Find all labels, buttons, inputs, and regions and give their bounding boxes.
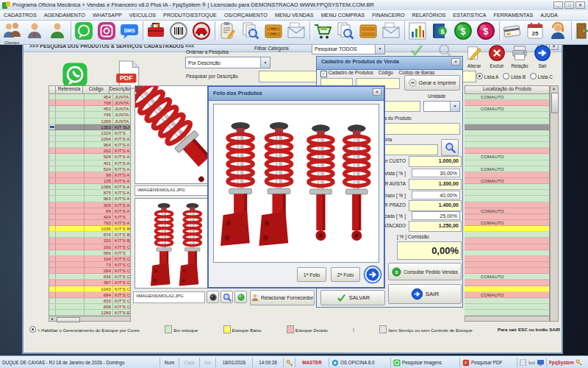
menu-item-produto-estoque[interactable]: PRODUTO/ESTOQUE [159,12,220,18]
maximize-button[interactable]: □ [564,1,574,9]
fornecedores-icon[interactable] [25,21,44,40]
table-row-location[interactable]: COMAUTO [465,166,550,172]
sair-icon[interactable] [534,44,551,65]
table-row[interactable]: 875KIT'S A [49,190,131,196]
radio-lista-c[interactable]: Lista C [530,74,553,79]
barcode-icon[interactable] [169,21,188,40]
scroll-up-icon[interactable]: ▲ [552,86,556,91]
table-row-location[interactable]: COMAUTO [465,274,550,280]
col-referencia[interactable]: Referencia [56,86,84,93]
status-pdf[interactable]: P Pesquisar PDF [460,358,517,367]
caixa-icon[interactable]: $ [431,21,450,40]
table-row-location[interactable] [465,298,550,304]
table-row[interactable]: 73KIT'S C [49,262,131,268]
table-row[interactable]: 833KIT'S C [49,298,131,304]
table-row[interactable]: 963KIT'S A [49,196,131,202]
pesquisa-compras-icon[interactable] [336,21,355,40]
cadastro-close-button[interactable]: ✕ [451,58,460,66]
table-row[interactable]: 928KIT'S A [49,154,131,160]
table-row-location[interactable] [465,196,550,202]
table-row[interactable]: 566KIT'S [49,250,131,256]
table-row[interactable]: 1224KIT'S [49,130,131,136]
pagar-icon[interactable]: $ [476,21,495,40]
arquivo-os-icon[interactable] [264,21,283,40]
table-row-location[interactable] [465,262,550,268]
salvar-button[interactable]: SALVAR [320,290,385,305]
price-field[interactable]: 30,00% [412,169,460,177]
table-row-location[interactable] [465,142,550,148]
table-row-location[interactable] [465,268,550,274]
table-row[interactable]: 1086KIT'S A [49,184,131,190]
menu-item-menu-compras[interactable]: MENU COMPRAS [318,12,369,18]
table-row-location[interactable] [465,280,550,286]
v-scrollbar[interactable]: ▲ [550,85,559,322]
foto-close-button[interactable]: ✕ [373,88,381,96]
table-row-location[interactable] [465,148,550,154]
table-row-location[interactable] [465,202,550,208]
ordenar-dropdown[interactable]: Por Descrição▼ [185,57,270,68]
h-scroll-thumb[interactable] [57,317,80,322]
v-scroll-thumb[interactable] [551,93,559,113]
cadastro-checkbox[interactable]: ✓ [320,71,327,77]
table-row[interactable]: 202KIT'S A [49,148,131,154]
table-row[interactable]: 793KIT'S A [49,220,131,226]
whatsapp-icon[interactable] [74,21,93,40]
table-row[interactable]: 1043KIT'S C [49,286,131,292]
table-row-location[interactable] [465,190,550,196]
funcionarios-icon[interactable] [48,21,67,40]
email-compras-icon[interactable] [381,21,401,40]
cadastro-title-bar[interactable]: Cadastro de Produtos de Venda ✕ [317,57,462,70]
table-row-location[interactable] [465,100,550,106]
table-row[interactable]: 708JUNTA [49,100,131,106]
table-row-location[interactable] [465,184,550,190]
table-row[interactable]: 453JUNTA [49,106,131,112]
sms-icon[interactable]: SMS [120,21,139,40]
price-field[interactable]: 1.250,00 [409,221,462,232]
table-row-location[interactable] [465,172,550,178]
table-row-location[interactable] [465,226,550,232]
radio-lista-b[interactable]: Lista B [503,74,526,79]
minimize-button[interactable]: _ [553,1,563,9]
camera-button[interactable] [207,291,219,303]
receber-icon[interactable]: $ [453,21,473,40]
table-row-location[interactable] [465,244,550,250]
table-row-location[interactable]: COMAUTO [465,94,550,100]
table-row[interactable]: 964KIT'S A [49,142,131,148]
email-os-icon[interactable] [287,21,306,40]
excluir-icon[interactable] [488,44,506,65]
menu-item-relat-rios[interactable]: RELATÓRIOS [408,12,449,18]
menu-item-agendamento[interactable]: AGENDAMENTO [40,12,89,18]
veiculos-icon[interactable] [192,21,211,40]
table-row-location[interactable] [465,118,550,124]
price-field[interactable]: 25,00% [412,211,460,220]
relacionar-fornecedor-button[interactable]: Relacionar Fornecedor [250,290,315,305]
table-row-location[interactable] [465,136,550,142]
menu-item-cadastros[interactable]: CADASTROS [0,12,40,18]
gerar-imprimir-button[interactable]: Gerar e Imprimir [404,75,460,91]
cartoes-icon[interactable] [503,21,522,40]
price-field[interactable]: 1.300,00 [409,179,462,190]
alterar-icon[interactable] [465,44,483,65]
table-row-location[interactable] [465,232,550,238]
table-row[interactable]: 1289JUNTA [49,118,131,124]
zoom-photo-button[interactable] [220,291,233,303]
table-row-location[interactable] [465,256,550,262]
table-row[interactable]: 1280KIT'S E [49,310,131,316]
table-row[interactable]: 160KIT'S C [49,244,131,250]
arquivo-compras-icon[interactable] [359,21,378,40]
table-row-location[interactable] [465,160,550,166]
unidade-dropdown[interactable]: ▼ [423,101,460,112]
table-row[interactable]: 684KIT'S C [49,292,131,298]
categoria-lookup-button[interactable] [441,139,459,156]
menu-item-ajuda[interactable]: AJUDA [537,12,562,18]
table-row[interactable]: 306KIT'S A [49,202,131,208]
produtos-icon[interactable] [146,21,165,40]
col-descricao[interactable]: Descrição [110,86,130,93]
table-row-location[interactable] [465,310,550,316]
legend-habilitar[interactable]: > Habilitar o Gerenciamento do Estoque p… [29,326,140,333]
cadastro-sair-button[interactable]: SAIR [388,284,462,304]
menu-item-whatsapp[interactable]: WHATSAPP [89,12,126,18]
foto1-button[interactable]: 1ª Foto [297,267,326,282]
table-row-location[interactable] [465,304,550,310]
table-row[interactable]: 135KIT'S A [49,178,131,184]
